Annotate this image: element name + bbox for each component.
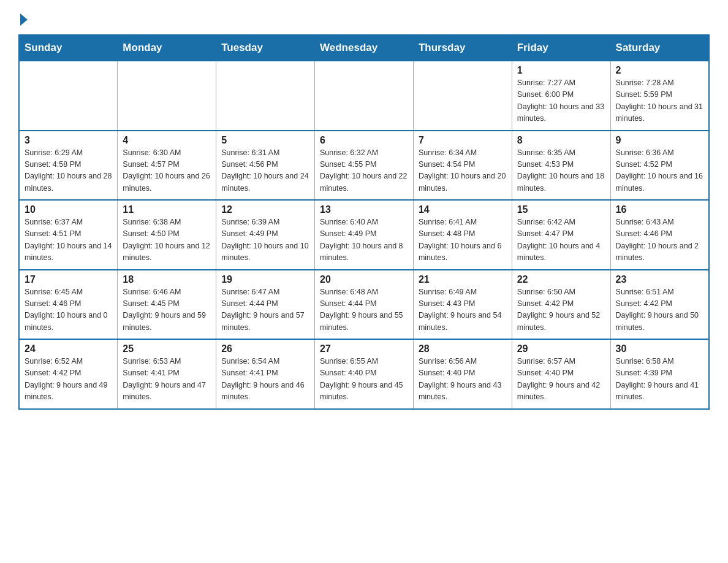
day-info: Sunrise: 6:52 AMSunset: 4:42 PMDaylight:… — [25, 356, 112, 404]
calendar-cell: 18Sunrise: 6:46 AMSunset: 4:45 PMDayligh… — [118, 270, 216, 340]
calendar-cell: 7Sunrise: 6:34 AMSunset: 4:54 PMDaylight… — [413, 131, 512, 201]
calendar-cell: 28Sunrise: 6:56 AMSunset: 4:40 PMDayligh… — [413, 339, 512, 409]
calendar-cell: 15Sunrise: 6:42 AMSunset: 4:47 PMDayligh… — [512, 200, 610, 270]
calendar-cell: 5Sunrise: 6:31 AMSunset: 4:56 PMDaylight… — [216, 131, 315, 201]
day-number: 26 — [221, 343, 309, 354]
calendar-cell: 14Sunrise: 6:41 AMSunset: 4:48 PMDayligh… — [413, 200, 512, 270]
day-info: Sunrise: 6:51 AMSunset: 4:42 PMDaylight:… — [616, 286, 703, 334]
calendar-cell: 2Sunrise: 7:28 AMSunset: 5:59 PMDaylight… — [610, 61, 709, 131]
calendar-cell — [216, 61, 315, 131]
calendar-cell: 29Sunrise: 6:57 AMSunset: 4:40 PMDayligh… — [512, 339, 610, 409]
day-info: Sunrise: 6:36 AMSunset: 4:52 PMDaylight:… — [616, 147, 703, 195]
day-number: 17 — [25, 274, 112, 285]
weekday-header-monday: Monday — [118, 35, 216, 61]
calendar-week-3: 10Sunrise: 6:37 AMSunset: 4:51 PMDayligh… — [19, 200, 709, 270]
day-info: Sunrise: 6:38 AMSunset: 4:50 PMDaylight:… — [123, 216, 211, 264]
calendar-table: SundayMondayTuesdayWednesdayThursdayFrid… — [18, 34, 710, 410]
day-info: Sunrise: 6:31 AMSunset: 4:56 PMDaylight:… — [221, 147, 309, 195]
day-number: 22 — [517, 274, 605, 285]
day-number: 16 — [616, 204, 703, 215]
day-number: 8 — [517, 135, 605, 146]
day-info: Sunrise: 6:57 AMSunset: 4:40 PMDaylight:… — [517, 356, 605, 404]
day-info: Sunrise: 6:41 AMSunset: 4:48 PMDaylight:… — [419, 216, 507, 264]
calendar-week-4: 17Sunrise: 6:45 AMSunset: 4:46 PMDayligh… — [19, 270, 709, 340]
day-number: 14 — [419, 204, 507, 215]
day-number: 29 — [517, 343, 605, 354]
day-info: Sunrise: 6:45 AMSunset: 4:46 PMDaylight:… — [25, 286, 112, 334]
day-number: 28 — [419, 343, 507, 354]
day-number: 25 — [123, 343, 211, 354]
calendar-cell: 27Sunrise: 6:55 AMSunset: 4:40 PMDayligh… — [315, 339, 414, 409]
day-info: Sunrise: 6:35 AMSunset: 4:53 PMDaylight:… — [517, 147, 605, 195]
weekday-header-thursday: Thursday — [413, 35, 512, 61]
day-number: 3 — [25, 135, 112, 146]
day-number: 4 — [123, 135, 211, 146]
day-info: Sunrise: 6:55 AMSunset: 4:40 PMDaylight:… — [320, 356, 408, 404]
day-info: Sunrise: 6:47 AMSunset: 4:44 PMDaylight:… — [221, 286, 309, 334]
calendar-cell — [315, 61, 414, 131]
day-number: 1 — [517, 65, 605, 76]
calendar-cell: 19Sunrise: 6:47 AMSunset: 4:44 PMDayligh… — [216, 270, 315, 340]
day-number: 19 — [221, 274, 309, 285]
day-info: Sunrise: 6:46 AMSunset: 4:45 PMDaylight:… — [123, 286, 211, 334]
day-number: 12 — [221, 204, 309, 215]
calendar-cell: 8Sunrise: 6:35 AMSunset: 4:53 PMDaylight… — [512, 131, 610, 201]
day-info: Sunrise: 6:34 AMSunset: 4:54 PMDaylight:… — [419, 147, 507, 195]
day-number: 2 — [616, 65, 703, 76]
calendar-cell: 6Sunrise: 6:32 AMSunset: 4:55 PMDaylight… — [315, 131, 414, 201]
day-info: Sunrise: 6:30 AMSunset: 4:57 PMDaylight:… — [123, 147, 211, 195]
weekday-header-sunday: Sunday — [19, 35, 118, 61]
calendar-cell: 23Sunrise: 6:51 AMSunset: 4:42 PMDayligh… — [610, 270, 709, 340]
day-number: 21 — [419, 274, 507, 285]
day-number: 13 — [320, 204, 408, 215]
weekday-header-saturday: Saturday — [610, 35, 709, 61]
calendar-week-5: 24Sunrise: 6:52 AMSunset: 4:42 PMDayligh… — [19, 339, 709, 409]
day-info: Sunrise: 6:40 AMSunset: 4:49 PMDaylight:… — [320, 216, 408, 264]
day-info: Sunrise: 6:54 AMSunset: 4:41 PMDaylight:… — [221, 356, 309, 404]
calendar-cell: 1Sunrise: 7:27 AMSunset: 6:00 PMDaylight… — [512, 61, 610, 131]
calendar-cell: 30Sunrise: 6:58 AMSunset: 4:39 PMDayligh… — [610, 339, 709, 409]
day-number: 15 — [517, 204, 605, 215]
calendar-cell: 25Sunrise: 6:53 AMSunset: 4:41 PMDayligh… — [118, 339, 216, 409]
calendar-cell: 24Sunrise: 6:52 AMSunset: 4:42 PMDayligh… — [19, 339, 118, 409]
day-info: Sunrise: 6:32 AMSunset: 4:55 PMDaylight:… — [320, 147, 408, 195]
day-info: Sunrise: 6:29 AMSunset: 4:58 PMDaylight:… — [25, 147, 112, 195]
calendar-week-2: 3Sunrise: 6:29 AMSunset: 4:58 PMDaylight… — [19, 131, 709, 201]
day-info: Sunrise: 7:27 AMSunset: 6:00 PMDaylight:… — [517, 77, 605, 125]
calendar-cell: 16Sunrise: 6:43 AMSunset: 4:46 PMDayligh… — [610, 200, 709, 270]
calendar-cell: 4Sunrise: 6:30 AMSunset: 4:57 PMDaylight… — [118, 131, 216, 201]
page-header — [18, 12, 710, 23]
day-number: 23 — [616, 274, 703, 285]
day-number: 18 — [123, 274, 211, 285]
day-info: Sunrise: 7:28 AMSunset: 5:59 PMDaylight:… — [616, 77, 703, 125]
weekday-header-tuesday: Tuesday — [216, 35, 315, 61]
day-info: Sunrise: 6:50 AMSunset: 4:42 PMDaylight:… — [517, 286, 605, 334]
calendar-cell — [413, 61, 512, 131]
day-number: 30 — [616, 343, 703, 354]
calendar-cell: 9Sunrise: 6:36 AMSunset: 4:52 PMDaylight… — [610, 131, 709, 201]
day-info: Sunrise: 6:49 AMSunset: 4:43 PMDaylight:… — [419, 286, 507, 334]
day-info: Sunrise: 6:53 AMSunset: 4:41 PMDaylight:… — [123, 356, 211, 404]
day-number: 10 — [25, 204, 112, 215]
day-number: 24 — [25, 343, 112, 354]
calendar-cell: 11Sunrise: 6:38 AMSunset: 4:50 PMDayligh… — [118, 200, 216, 270]
day-info: Sunrise: 6:58 AMSunset: 4:39 PMDaylight:… — [616, 356, 703, 404]
calendar-week-1: 1Sunrise: 7:27 AMSunset: 6:00 PMDaylight… — [19, 61, 709, 131]
day-number: 6 — [320, 135, 408, 146]
calendar-cell: 17Sunrise: 6:45 AMSunset: 4:46 PMDayligh… — [19, 270, 118, 340]
day-number: 11 — [123, 204, 211, 215]
day-info: Sunrise: 6:56 AMSunset: 4:40 PMDaylight:… — [419, 356, 507, 404]
calendar-cell: 22Sunrise: 6:50 AMSunset: 4:42 PMDayligh… — [512, 270, 610, 340]
day-number: 9 — [616, 135, 703, 146]
weekday-header-wednesday: Wednesday — [315, 35, 414, 61]
day-number: 7 — [419, 135, 507, 146]
calendar-cell: 13Sunrise: 6:40 AMSunset: 4:49 PMDayligh… — [315, 200, 414, 270]
day-info: Sunrise: 6:48 AMSunset: 4:44 PMDaylight:… — [320, 286, 408, 334]
calendar-cell: 20Sunrise: 6:48 AMSunset: 4:44 PMDayligh… — [315, 270, 414, 340]
weekday-header-row: SundayMondayTuesdayWednesdayThursdayFrid… — [19, 35, 709, 61]
logo — [18, 12, 28, 23]
day-number: 5 — [221, 135, 309, 146]
calendar-cell: 12Sunrise: 6:39 AMSunset: 4:49 PMDayligh… — [216, 200, 315, 270]
day-info: Sunrise: 6:37 AMSunset: 4:51 PMDaylight:… — [25, 216, 112, 264]
day-info: Sunrise: 6:42 AMSunset: 4:47 PMDaylight:… — [517, 216, 605, 264]
